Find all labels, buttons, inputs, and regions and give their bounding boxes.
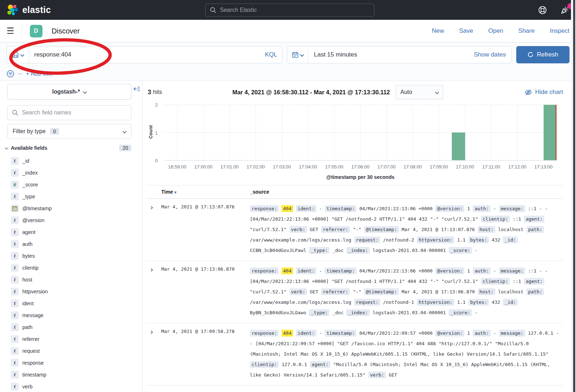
expand-row-button[interactable]: › — [146, 203, 159, 256]
nav-link-save[interactable]: Save — [459, 27, 473, 35]
elastic-logo[interactable]: elastic — [6, 4, 51, 16]
field-item-message[interactable]: tmessage — [0, 309, 142, 321]
field-item-verb[interactable]: tverb — [0, 380, 142, 392]
table-row: ›Mar 4, 2021 @ 17:13:06.870response: 404… — [146, 261, 563, 323]
field-item-path[interactable]: tpath — [0, 321, 142, 333]
field-item-@timestamp[interactable]: @timestamp — [0, 202, 142, 214]
source-field-name: message: — [499, 330, 525, 337]
source-field-name: _score: — [449, 309, 472, 316]
nav-link-inspect[interactable]: Inspect — [550, 27, 570, 35]
saved-query-menu-button[interactable] — [6, 46, 29, 63]
source-field-name: _type: — [309, 309, 329, 316]
date-picker-group: Last 15 minutes Show dates — [287, 46, 512, 63]
field-item-response[interactable]: tresponse — [0, 357, 142, 369]
hide-chart-label: Hide chart — [535, 89, 563, 96]
global-search-input[interactable]: Search Elastic — [205, 4, 374, 17]
field-item-ident[interactable]: tident — [0, 297, 142, 309]
field-item-timestamp[interactable]: ttimestamp — [0, 369, 142, 380]
add-filter-button[interactable]: + Add filter — [26, 71, 53, 77]
query-input[interactable]: response:404 KQL — [29, 46, 283, 63]
show-dates-button[interactable]: Show dates — [474, 51, 506, 58]
text-type-icon: t — [11, 299, 19, 307]
global-header: elastic Search Elastic — [0, 0, 576, 20]
source-field-name: _type: — [309, 247, 329, 254]
source-field-name: verb: — [289, 288, 307, 295]
search-field-names-input[interactable]: Search field names — [7, 105, 131, 120]
hide-chart-button[interactable]: Hide chart — [525, 89, 563, 96]
source-field-name: _id: — [503, 299, 518, 306]
histogram-chart[interactable]: Count 012 16:59:0017:00:0017:01:0017:02:… — [143, 105, 557, 180]
collapse-sidebar-icon[interactable] — [134, 86, 140, 92]
text-type-icon: t — [11, 216, 19, 224]
filter-icon[interactable] — [6, 70, 14, 78]
field-item-request[interactable]: trequest — [0, 345, 142, 357]
source-field-value: GET — [389, 372, 397, 378]
time-range-display[interactable]: Last 15 minutes Show dates — [308, 51, 512, 58]
source-field-value: ::1 — [513, 216, 521, 222]
x-axis: 16:59:0017:00:0017:01:0017:02:0017:03:00… — [164, 161, 557, 171]
source-field-value: 04/Mar/2021:22:09:57 +0000 — [359, 330, 433, 336]
column-header-time[interactable]: Time▾ — [161, 189, 248, 195]
source-field-name: auth: — [473, 205, 490, 212]
time-range-text: Last 15 minutes — [314, 51, 357, 58]
calendar-icon — [292, 51, 298, 58]
expand-row-button[interactable]: › — [146, 266, 159, 318]
gridline — [413, 105, 413, 162]
refresh-button[interactable]: Refresh — [516, 46, 570, 63]
field-item-_index[interactable]: t_index — [0, 167, 142, 179]
index-pattern-selector[interactable]: logstash-* — [7, 84, 131, 100]
field-name: _score — [22, 182, 38, 188]
y-tick-label: 2 — [155, 102, 158, 108]
expand-row-button[interactable]: › — [146, 328, 159, 380]
interval-select[interactable]: Auto — [396, 85, 443, 99]
save-query-icon — [12, 51, 19, 58]
scrollbar[interactable] — [573, 0, 575, 392]
source-field-value: 432 — [492, 299, 500, 305]
field-item-bytes[interactable]: tbytes — [0, 250, 142, 262]
field-name: message — [22, 312, 44, 318]
whats-new-icon[interactable] — [560, 5, 570, 15]
x-tick-label: 17:13:00 — [534, 164, 553, 170]
query-language-button[interactable]: KQL — [265, 51, 277, 58]
source-field-value: - — [319, 330, 322, 336]
filter-by-type-dropdown[interactable]: Filter by type 0 — [7, 124, 131, 139]
source-field-value: logstash-2021.03.04-000001 — [373, 248, 446, 253]
nav-link-open[interactable]: Open — [488, 27, 503, 35]
source-field-name: verb: — [289, 226, 307, 233]
field-item-httpversion[interactable]: thttpversion — [0, 285, 142, 297]
field-item-_type[interactable]: t_type — [0, 190, 142, 202]
x-tick-label: 17:00:00 — [194, 164, 213, 170]
source-field-name: auth: — [473, 330, 490, 337]
field-item-auth[interactable]: tauth — [0, 238, 142, 250]
field-item-host[interactable]: thost — [0, 274, 142, 285]
histogram-plot[interactable] — [164, 105, 557, 161]
nav-link-share[interactable]: Share — [518, 27, 535, 35]
source-field-name: auth: — [473, 267, 490, 274]
doc-time: Mar 4, 2021 @ 17:13:07.876 — [161, 203, 248, 256]
field-item-clientip[interactable]: tclientip — [0, 262, 142, 274]
doc-source: response: 404 ident: - timestamp: 04/Mar… — [250, 266, 563, 318]
chevron-down-icon — [83, 90, 87, 94]
available-fields-header[interactable]: Available fields 20 — [5, 145, 131, 151]
nav-link-new[interactable]: New — [432, 27, 444, 35]
field-name: request — [22, 348, 40, 354]
text-type-icon: t — [11, 252, 19, 260]
source-field-name: ident: — [296, 267, 316, 274]
y-axis-ticks: 012 — [143, 105, 161, 161]
field-item-_id[interactable]: t_id — [0, 155, 142, 167]
help-icon[interactable] — [538, 5, 547, 15]
field-item-_score[interactable]: #_score — [0, 179, 142, 190]
field-item-referrer[interactable]: treferrer — [0, 333, 142, 345]
column-header-source[interactable]: _source — [250, 189, 563, 195]
discover-app-badge: D — [30, 25, 42, 37]
source-field-value: /notfound-1 — [383, 299, 414, 305]
source-field-value: _doc — [332, 310, 343, 315]
field-item-agent[interactable]: tagent — [0, 226, 142, 238]
date-quick-select-button[interactable] — [287, 46, 308, 63]
chevron-down-icon — [300, 53, 304, 57]
text-type-icon: t — [11, 276, 19, 284]
menu-icon[interactable]: ☰ — [6, 24, 22, 38]
field-item-@version[interactable]: t@version — [0, 214, 142, 226]
text-type-icon: t — [11, 169, 19, 177]
x-tick-label: 17:01:00 — [220, 164, 239, 170]
